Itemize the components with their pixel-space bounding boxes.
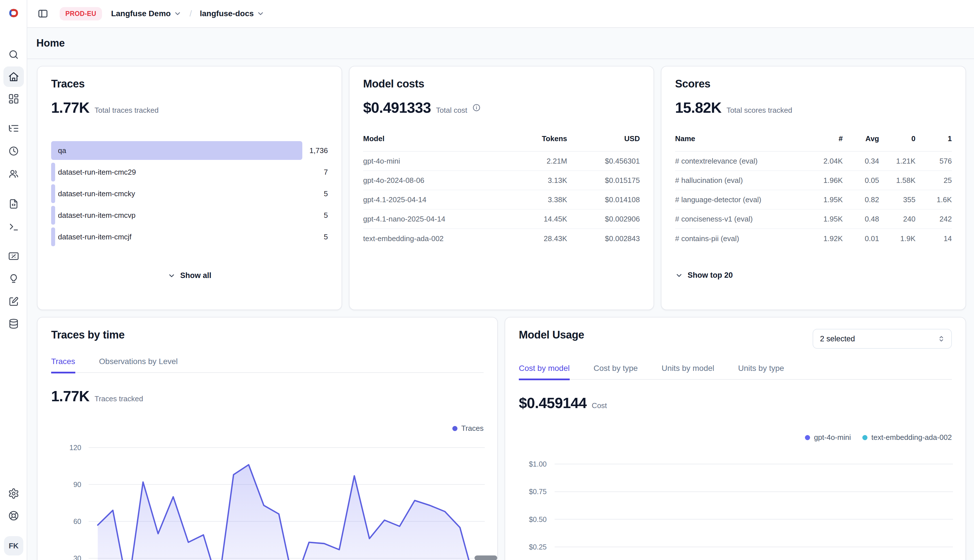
database-icon bbox=[8, 318, 19, 329]
table-header: ModelTokensUSD bbox=[363, 134, 640, 152]
sidebar-item-annotation[interactable] bbox=[5, 292, 23, 311]
sidebar-item-support[interactable] bbox=[5, 507, 23, 525]
search-icon bbox=[8, 49, 19, 60]
home-icon bbox=[8, 71, 19, 82]
usage-line-chart: $1.00$0.75$0.50$0.25 bbox=[519, 455, 953, 560]
column-header: Tokens bbox=[503, 134, 567, 143]
svg-text:$0.25: $0.25 bbox=[529, 543, 547, 551]
table-row: gpt-4.1-2025-04-143.38K$0.014108 bbox=[363, 190, 640, 210]
gear-icon bbox=[8, 488, 19, 499]
tab-units-by-type[interactable]: Units by type bbox=[738, 364, 784, 379]
scores-table: Name#Avg01# contextrelevance (eval)2.04K… bbox=[675, 134, 952, 248]
trace-bar-row: dataset-run-item-cmc297 bbox=[51, 163, 328, 182]
sidebar-item-settings[interactable] bbox=[5, 485, 23, 503]
table-cell: 240 bbox=[879, 215, 916, 223]
table-row: # hallucination (eval)1.96K0.051.58K25 bbox=[675, 171, 952, 190]
project-switcher[interactable]: langfuse-docs bbox=[200, 9, 254, 18]
traces-by-time-tabs: TracesObservations by Level bbox=[51, 357, 484, 373]
svg-text:$1.00: $1.00 bbox=[529, 460, 547, 468]
sidebar-item-evaluation[interactable] bbox=[5, 247, 23, 265]
bar bbox=[51, 184, 55, 203]
terminal-icon bbox=[8, 221, 19, 232]
table-cell: 0.05 bbox=[843, 176, 879, 185]
sidebar-item-datasets[interactable] bbox=[5, 315, 23, 333]
column-header: 0 bbox=[879, 134, 916, 143]
breadcrumb-divider: / bbox=[189, 9, 192, 18]
app-root: FK PROD-EU Langfuse Demo / langfuse-docs… bbox=[0, 0, 974, 560]
table-cell: 2.21M bbox=[503, 157, 567, 165]
table-row: # contains-pii (eval)1.92K0.011.9K14 bbox=[675, 229, 952, 248]
sidebar-item-dashboards[interactable] bbox=[5, 90, 23, 108]
model-usage-tabs: Cost by modelCost by typeUnits by modelU… bbox=[519, 364, 952, 380]
card-title: Traces bbox=[51, 78, 328, 90]
legend-item: gpt-4o-mini bbox=[805, 433, 851, 442]
svg-text:30: 30 bbox=[73, 554, 81, 560]
chevron-down-icon[interactable] bbox=[257, 10, 264, 18]
table-cell: gpt-4o-2024-08-06 bbox=[363, 176, 503, 185]
sidebar-item-tracing[interactable] bbox=[5, 119, 23, 137]
bar-label: dataset-run-item-cmcjf bbox=[58, 227, 132, 246]
chart-legend: gpt-4o-minitext-embedding-ada-002 bbox=[519, 433, 952, 442]
sidebar-item-home[interactable] bbox=[3, 67, 24, 87]
tab-traces[interactable]: Traces bbox=[51, 357, 75, 372]
table-cell: 0.82 bbox=[843, 195, 879, 204]
sidebar-item-prompts[interactable] bbox=[5, 195, 23, 213]
model-select[interactable]: 2 selected bbox=[813, 329, 952, 349]
table-cell: gpt-4o-mini bbox=[363, 157, 503, 165]
table-cell: 1.95K bbox=[806, 195, 843, 204]
model-costs-table: ModelTokensUSDgpt-4o-mini2.21M$0.456301g… bbox=[363, 134, 640, 248]
tab-cost-by-model[interactable]: Cost by model bbox=[519, 364, 570, 379]
table-cell: 1.96K bbox=[806, 176, 843, 185]
tab-observations-by-level[interactable]: Observations by Level bbox=[99, 357, 178, 372]
chevron-down-icon bbox=[168, 272, 175, 280]
avatar[interactable]: FK bbox=[4, 536, 23, 555]
table-cell: gpt-4.1-nano-2025-04-14 bbox=[363, 215, 503, 223]
bar-label: dataset-run-item-cmcvp bbox=[58, 206, 135, 225]
show-all-button[interactable]: Show all bbox=[168, 271, 211, 280]
chevrons-up-down-icon bbox=[937, 335, 946, 343]
tab-cost-by-type[interactable]: Cost by type bbox=[593, 364, 638, 379]
lightbulb-icon bbox=[8, 273, 19, 285]
table-cell: 355 bbox=[879, 195, 916, 204]
legend-dot-icon bbox=[862, 435, 867, 440]
table-row: # conciseness-v1 (eval)1.95K0.48240242 bbox=[675, 210, 952, 229]
sidebar-item-users[interactable] bbox=[5, 165, 23, 183]
org-switcher[interactable]: Langfuse Demo bbox=[111, 9, 171, 18]
traces-area-chart: 306090120 bbox=[51, 438, 485, 560]
info-icon[interactable] bbox=[472, 103, 481, 112]
table-cell: 0.48 bbox=[843, 215, 879, 223]
svg-text:$0.75: $0.75 bbox=[529, 488, 547, 495]
traces-tracked: 1.77K bbox=[51, 388, 90, 405]
sidebar-item-search[interactable] bbox=[5, 45, 23, 63]
table-row: gpt-4o-mini2.21M$0.456301 bbox=[363, 152, 640, 171]
trace-bar-row: qa1,736 bbox=[51, 141, 328, 160]
traces-bar-list: qa1,736dataset-run-item-cmc297dataset-ru… bbox=[51, 141, 328, 246]
table-cell: # contextrelevance (eval) bbox=[675, 157, 806, 165]
bar-value: 5 bbox=[324, 227, 328, 246]
sidebar-toggle-icon[interactable] bbox=[37, 8, 48, 19]
clock-icon bbox=[8, 145, 19, 157]
bar-value: 5 bbox=[324, 184, 328, 203]
langfuse-logo-icon[interactable] bbox=[6, 6, 21, 20]
users-icon bbox=[8, 168, 19, 180]
legend-dot-icon bbox=[452, 426, 458, 431]
svg-text:$0.50: $0.50 bbox=[529, 515, 547, 523]
bar-label: dataset-run-item-cmcky bbox=[58, 184, 135, 203]
sidebar-item-playground[interactable] bbox=[5, 218, 23, 236]
table-cell: 1.95K bbox=[806, 215, 843, 223]
table-cell: # language-detector (eval) bbox=[675, 195, 806, 204]
table-cell: # hallucination (eval) bbox=[675, 176, 806, 185]
sidebar-item-insights[interactable] bbox=[5, 270, 23, 288]
show-top-20-button[interactable]: Show top 20 bbox=[675, 271, 733, 280]
bar-value: 7 bbox=[324, 163, 328, 182]
chevron-down-icon[interactable] bbox=[174, 10, 182, 18]
column-header: Avg bbox=[843, 134, 879, 143]
card-title: Model costs bbox=[363, 78, 640, 90]
trace-bar-row: dataset-run-item-cmcvp5 bbox=[51, 206, 328, 225]
bar-value: 5 bbox=[324, 206, 328, 225]
horizontal-scrollbar[interactable] bbox=[474, 555, 497, 560]
sidebar-item-sessions[interactable] bbox=[5, 142, 23, 160]
table-cell: $0.015175 bbox=[567, 176, 640, 185]
tab-units-by-model[interactable]: Units by model bbox=[662, 364, 714, 379]
table-cell: 3.38K bbox=[503, 195, 567, 204]
